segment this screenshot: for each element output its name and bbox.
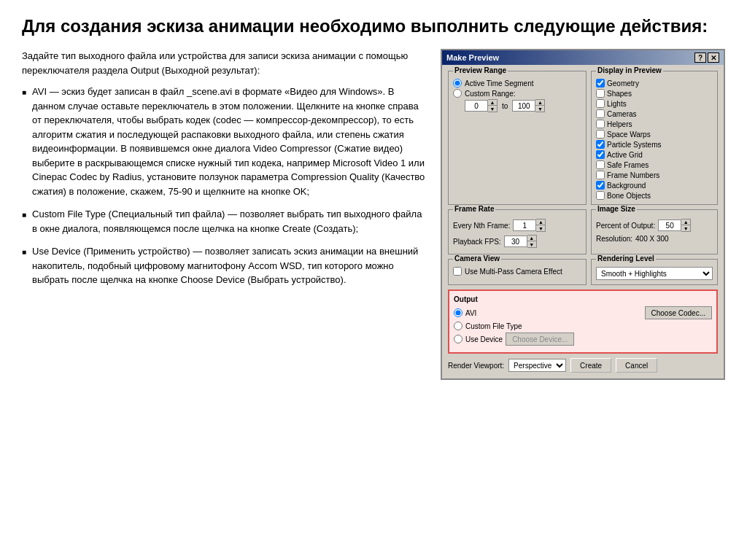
- fps-up[interactable]: ▲: [527, 236, 536, 241]
- custom-file-type-label: Custom File Type: [465, 322, 522, 330]
- range-from-down-arrow[interactable]: ▼: [488, 106, 497, 112]
- display-checkbox-label: Bone Objects: [607, 192, 651, 200]
- display-checkbox-geometry[interactable]: [596, 79, 605, 88]
- use-device-radio[interactable]: [454, 335, 462, 343]
- intro-paragraph: Задайте тип выходного файла или устройст…: [22, 49, 426, 77]
- display-checkbox-row: Particle Systems: [596, 140, 713, 149]
- display-checkbox-label: Frame Numbers: [607, 171, 659, 179]
- dialog-title-buttons: ? ✕: [694, 52, 719, 63]
- active-time-segment-radio[interactable]: [453, 79, 462, 88]
- range-from-up-arrow[interactable]: ▲: [488, 100, 497, 106]
- bullet-list: AVI — эскиз будет записан в файл _scene.…: [22, 85, 426, 287]
- rendering-level-select[interactable]: Smooth + HighlightsSmoothFacets + Highli…: [596, 267, 713, 280]
- display-checkbox-space-warps[interactable]: [596, 130, 605, 139]
- every-nth-label: Every Nth Frame:: [453, 222, 510, 230]
- rendering-level-label: Rendering Level: [596, 254, 656, 262]
- fps-down[interactable]: ▼: [527, 241, 536, 247]
- render-viewport-label: Render Viewport:: [448, 362, 504, 370]
- display-checkbox-row: Helpers: [596, 120, 713, 128]
- output-label: Output: [454, 295, 712, 303]
- display-checkbox-label: Geometry: [607, 79, 639, 88]
- viewport-select[interactable]: PerspectiveTopFrontLeftCamera: [508, 359, 566, 372]
- choose-codec-button[interactable]: Choose Codec...: [645, 306, 713, 319]
- image-size-label: Image Size: [596, 205, 637, 213]
- playback-fps-input[interactable]: [504, 236, 527, 247]
- display-in-preview-section: Display in Preview GeometryShapesLightsC…: [591, 71, 718, 205]
- camera-view-section: Camera View Use Multi-Pass Camera Effect: [448, 259, 587, 285]
- percent-label: Percent of Output:: [596, 222, 655, 230]
- bullet-item: Use Device (Применить устройство) — позв…: [22, 244, 426, 287]
- display-checkbox-lights[interactable]: [596, 99, 605, 108]
- multi-pass-checkbox[interactable]: [453, 267, 462, 276]
- dialog-bottom-bar: Render Viewport: PerspectiveTopFrontLeft…: [448, 358, 718, 373]
- output-section: Output AVI Choose Codec... Custom File T…: [448, 289, 718, 354]
- custom-file-type-radio[interactable]: [454, 322, 462, 330]
- display-checkbox-row: Background: [596, 181, 713, 190]
- active-time-segment-label: Active Time Segment: [465, 79, 533, 88]
- multi-pass-label: Use Multi-Pass Camera Effect: [465, 268, 562, 276]
- display-checkbox-label: Lights: [607, 100, 627, 108]
- display-checkbox-background[interactable]: [596, 181, 605, 190]
- display-checkbox-row: Frame Numbers: [596, 171, 713, 179]
- display-checkbox-label: Background: [607, 182, 646, 190]
- percent-up[interactable]: ▲: [681, 219, 690, 225]
- help-button[interactable]: ?: [694, 52, 706, 63]
- display-checkbox-particle-systems[interactable]: [596, 140, 605, 149]
- playback-fps-label: Playback FPS:: [453, 238, 501, 246]
- display-checkbox-active-grid[interactable]: [596, 150, 605, 159]
- preview-range-section: Preview Range Active Time Segment Custom…: [448, 71, 587, 205]
- dialog-titlebar: Make Preview ? ✕: [442, 50, 724, 65]
- range-to-input[interactable]: [512, 100, 535, 112]
- dialog-title: Make Preview: [446, 53, 499, 62]
- percent-down[interactable]: ▼: [681, 225, 690, 231]
- resolution-value: 400 X 300: [635, 235, 669, 243]
- frame-rate-section: Frame Rate Every Nth Frame: ▲ ▼ Playback: [448, 209, 587, 254]
- display-checkbox-label: Helpers: [607, 120, 632, 128]
- range-from-input[interactable]: [465, 100, 488, 112]
- choose-device-button[interactable]: Choose Device...: [506, 332, 574, 346]
- range-to-down-arrow[interactable]: ▼: [535, 106, 544, 112]
- bullet-item: AVI — эскиз будет записан в файл _scene.…: [22, 85, 426, 198]
- to-label: to: [502, 102, 508, 110]
- page-title: Для создания эскиза анимации необходимо …: [22, 15, 725, 37]
- every-nth-input[interactable]: [513, 219, 536, 231]
- create-button[interactable]: Create: [570, 358, 611, 373]
- display-checkbox-row: Active Grid: [596, 150, 713, 159]
- display-checkbox-row: Space Warps: [596, 130, 713, 139]
- display-checkbox-row: Cameras: [596, 109, 713, 118]
- every-nth-up[interactable]: ▲: [536, 219, 545, 225]
- display-checkbox-label: Shapes: [607, 90, 632, 98]
- display-checkbox-frame-numbers[interactable]: [596, 171, 605, 179]
- display-checkbox-label: Active Grid: [607, 151, 643, 159]
- display-checkbox-label: Cameras: [607, 110, 637, 118]
- display-checkbox-bone-objects[interactable]: [596, 191, 605, 200]
- every-nth-down[interactable]: ▼: [536, 225, 545, 231]
- main-text: Задайте тип выходного файла или устройст…: [22, 49, 426, 296]
- display-checkbox-label: Particle Systems: [607, 141, 661, 149]
- range-to-up-arrow[interactable]: ▲: [535, 100, 544, 106]
- make-preview-dialog: Make Preview ? ✕ Preview Range Active Ti…: [441, 49, 725, 380]
- display-in-preview-label: Display in Preview: [596, 66, 663, 74]
- bullet-item: Custom File Type (Специальный тип файла)…: [22, 207, 426, 236]
- avi-radio[interactable]: [454, 308, 462, 317]
- display-checkbox-row: Bone Objects: [596, 191, 713, 200]
- display-checkbox-row: Shapes: [596, 89, 713, 98]
- rendering-level-section: Rendering Level Smooth + HighlightsSmoot…: [591, 259, 718, 285]
- percent-input[interactable]: [658, 219, 681, 231]
- close-button[interactable]: ✕: [708, 52, 719, 63]
- display-checkbox-cameras[interactable]: [596, 109, 605, 118]
- cancel-button[interactable]: Cancel: [616, 358, 657, 373]
- use-device-label: Use Device: [465, 335, 503, 343]
- display-checkbox-shapes[interactable]: [596, 89, 605, 98]
- display-checkbox-safe-frames[interactable]: [596, 160, 605, 169]
- display-checkbox-helpers[interactable]: [596, 120, 605, 128]
- display-checkbox-row: Lights: [596, 99, 713, 108]
- camera-view-label: Camera View: [453, 254, 501, 262]
- custom-range-label: Custom Range:: [465, 90, 515, 98]
- display-checkbox-label: Safe Frames: [607, 161, 649, 169]
- custom-range-radio[interactable]: [453, 89, 462, 98]
- display-checkbox-label: Space Warps: [607, 131, 651, 139]
- display-checkboxes: GeometryShapesLightsCamerasHelpersSpace …: [596, 79, 713, 200]
- display-checkbox-row: Safe Frames: [596, 160, 713, 169]
- preview-range-label: Preview Range: [453, 66, 508, 74]
